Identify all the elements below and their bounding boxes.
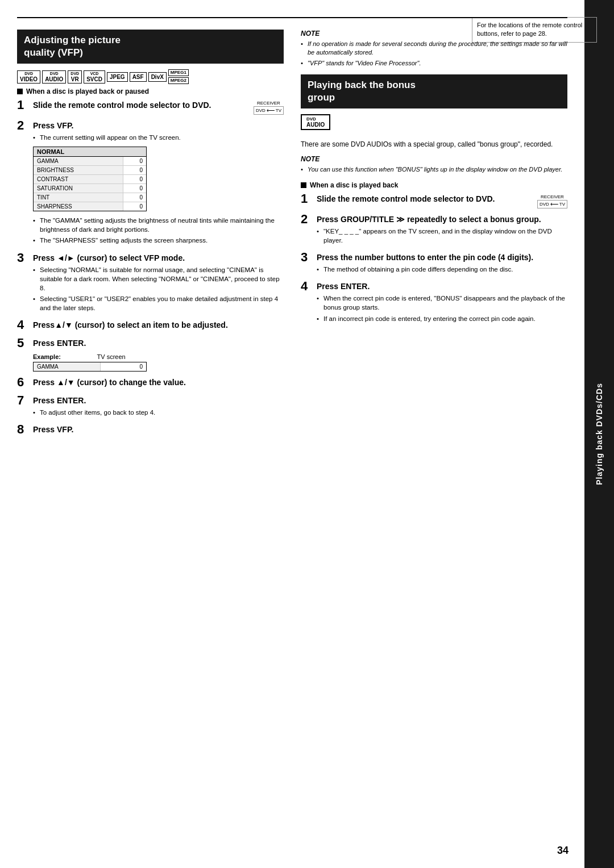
- vfp-row-saturation: SATURATION 0: [34, 184, 146, 193]
- right-step-2-bullet-1: "KEY_ _ _ _" appears on the TV screen, a…: [317, 227, 567, 245]
- example-label: Example:: [33, 353, 61, 360]
- right-step-content-3: Press the number buttons to enter the pi…: [317, 252, 567, 276]
- dvd-badge-top: DVD: [306, 116, 325, 122]
- right-step-number-3: 3: [301, 251, 317, 264]
- step-2-bullets: The current setting will appear on the T…: [33, 133, 284, 142]
- right-step-3-bullet-1: The method of obtaining a pin code diffe…: [317, 265, 567, 274]
- right-step-number-1: 1: [301, 193, 317, 205]
- step-content-7: Press ENTER. To adjust other items, go b…: [33, 395, 284, 419]
- right-step-4-bullets: When the correct pin code is entered, "B…: [317, 294, 567, 323]
- left-section-title: Adjusting the picture quality (VFP): [24, 34, 277, 59]
- right-step-4-bullet-1: When the correct pin code is entered, "B…: [317, 294, 567, 312]
- right-intro-text: There are some DVD AUDIOs with a special…: [301, 139, 567, 149]
- right-step-title-4: Press ENTER.: [317, 281, 567, 291]
- badge-mpeg2: MPEG2: [168, 77, 189, 84]
- two-column-layout: Adjusting the picture quality (VFP) DVD …: [17, 30, 567, 443]
- left-step-1: 1 Slide the remote control mode selector…: [17, 100, 284, 115]
- badge-vcd-svcd: VCD SVCD: [84, 70, 105, 84]
- step-2-bullet-2: The "GAMMA" setting adjusts the brightne…: [33, 216, 284, 234]
- step-title-3: Press ◄/► (cursor) to select VFP mode.: [33, 253, 284, 263]
- step-title-7: Press ENTER.: [33, 395, 284, 406]
- step-title-6: Press ▲/▼ (cursor) to change the value.: [33, 377, 284, 387]
- step-content-8: Press VFP.: [33, 424, 284, 437]
- badge-asf: ASF: [130, 72, 147, 82]
- right-when-text: When a disc is played back: [310, 181, 398, 189]
- right-step-title-row-1: Slide the remote control mode selector t…: [317, 194, 567, 208]
- right-step-number-2: 2: [301, 213, 317, 226]
- step-number-3: 3: [17, 252, 33, 264]
- step-content-5: Press ENTER. Example: TV screen GAMMA 0: [33, 338, 284, 371]
- dvd-audio-badge-area: DVD AUDIO: [301, 114, 567, 135]
- right-square-icon: [301, 182, 306, 188]
- step-7-bullet-1: To adjust other items, go back to step 4…: [33, 408, 284, 417]
- badge-dvd-audio: DVD AUDIO: [42, 70, 66, 84]
- left-step-4: 4 Press▲/▼ (cursor) to select an item to…: [17, 320, 284, 332]
- badge-dvd-vr: DVD VR: [68, 70, 82, 84]
- step-number-4: 4: [17, 319, 33, 331]
- step-number-5: 5: [17, 337, 33, 349]
- vfp-row-contrast: CONTRAST 0: [34, 175, 146, 184]
- step-2-bullets-2: The "GAMMA" setting adjusts the brightne…: [33, 216, 284, 245]
- step-title-4: Press▲/▼ (cursor) to select an item to b…: [33, 320, 284, 330]
- sidebar-label: Playing back DVDs/CDs: [595, 383, 604, 485]
- step-3-bullet-2: Selecting "USER1" or "USER2" enables you…: [33, 294, 284, 312]
- main-content: Adjusting the picture quality (VFP) DVD …: [0, 0, 584, 465]
- vfp-row-gamma: GAMMA 0: [34, 157, 146, 166]
- left-step-3: 3 Press ◄/► (cursor) to select VFP mode.…: [17, 253, 284, 315]
- example-row-gamma: GAMMA 0: [34, 362, 146, 371]
- badge-jpeg: JPEG: [107, 72, 128, 82]
- right-step-title-2: Press GROUP/TITLE ≫ repeatedly to select…: [317, 214, 567, 224]
- sidebar: Playing back DVDs/CDs: [584, 0, 614, 868]
- left-section-header: Adjusting the picture quality (VFP): [17, 30, 284, 64]
- step-number-8: 8: [17, 423, 33, 436]
- right-section-title: Playing back the bonus group: [308, 79, 561, 104]
- step-7-bullets: To adjust other items, go back to step 4…: [33, 408, 284, 417]
- step-title-row-1: Slide the remote control mode selector t…: [33, 100, 284, 115]
- right-step-3: 3 Press the number buttons to enter the …: [301, 252, 567, 276]
- example-section: Example: TV screen GAMMA 0: [33, 352, 284, 372]
- dvd-audio-badge: DVD AUDIO: [301, 114, 330, 130]
- step-3-bullets: Selecting "NORMAL" is suitable for norma…: [33, 265, 284, 312]
- remote-icon-1: RECEIVER DVD ⟵ TV: [254, 101, 284, 115]
- note-2-list: You can use this function when "BONUS" l…: [301, 165, 567, 174]
- step-3-bullet-1: Selecting "NORMAL" is suitable for norma…: [33, 265, 284, 293]
- right-when-condition: When a disc is played back: [301, 181, 567, 189]
- note-1-item-2: "VFP" stands for "Video Fine Processor".: [301, 59, 567, 68]
- dvd-badge-bottom: AUDIO: [306, 122, 325, 128]
- step-content-4: Press▲/▼ (cursor) to select an item to b…: [33, 320, 284, 332]
- right-step-number-4: 4: [301, 280, 317, 293]
- left-step-5: 5 Press ENTER. Example: TV screen GAMMA …: [17, 338, 284, 371]
- step-content-6: Press ▲/▼ (cursor) to change the value.: [33, 377, 284, 390]
- note-2-title: NOTE: [301, 155, 567, 163]
- right-step-1: 1 Slide the remote control mode selector…: [301, 194, 567, 208]
- right-step-2-bullets: "KEY_ _ _ _" appears on the TV screen, a…: [317, 227, 567, 245]
- right-step-content-1: Slide the remote control mode selector t…: [317, 194, 567, 208]
- right-note-1: NOTE If no operation is made for several…: [301, 30, 567, 68]
- step-2-bullet-3: The "SHARPNESS" setting adjusts the scre…: [33, 236, 284, 245]
- right-note-2: NOTE You can use this function when "BON…: [301, 155, 567, 174]
- left-when-text: When a disc is played back or paused: [26, 87, 149, 95]
- format-badges: DVD VIDEO DVD AUDIO DVD VR VCD SVCD: [17, 69, 284, 84]
- step-title-8: Press VFP.: [33, 424, 284, 435]
- top-divider: [17, 17, 567, 18]
- left-when-condition: When a disc is played back or paused: [17, 87, 284, 95]
- page-number: 34: [557, 845, 569, 857]
- note-1-title: NOTE: [301, 30, 567, 37]
- right-step-4: 4 Press ENTER. When the correct pin code…: [301, 281, 567, 324]
- right-step-3-bullets: The method of obtaining a pin code diffe…: [317, 265, 567, 274]
- step-number-1: 1: [17, 99, 33, 111]
- example-tv: TV screen: [97, 353, 126, 360]
- left-step-7: 7 Press ENTER. To adjust other items, go…: [17, 395, 284, 419]
- vfp-row-sharpness: SHARPNESS 0: [34, 202, 146, 211]
- step-content-1: Slide the remote control mode selector t…: [33, 100, 284, 115]
- right-step-title-3: Press the number buttons to enter the pi…: [317, 252, 567, 262]
- vfp-table: NORMAL GAMMA 0 BRIGHTNESS 0 CONTRAST: [33, 147, 147, 211]
- right-column: NOTE If no operation is made for several…: [301, 30, 567, 443]
- step-title-1: Slide the remote control mode selector t…: [33, 100, 211, 110]
- page: Playing back DVDs/CDs For the locations …: [0, 0, 614, 868]
- vfp-table-header: NORMAL: [34, 147, 146, 157]
- note-1-list: If no operation is made for several seco…: [301, 40, 567, 68]
- step-2-bullet-1: The current setting will appear on the T…: [33, 133, 284, 142]
- left-step-6: 6 Press ▲/▼ (cursor) to change the value…: [17, 377, 284, 390]
- step-content-2: Press VFP. The current setting will appe…: [33, 120, 284, 247]
